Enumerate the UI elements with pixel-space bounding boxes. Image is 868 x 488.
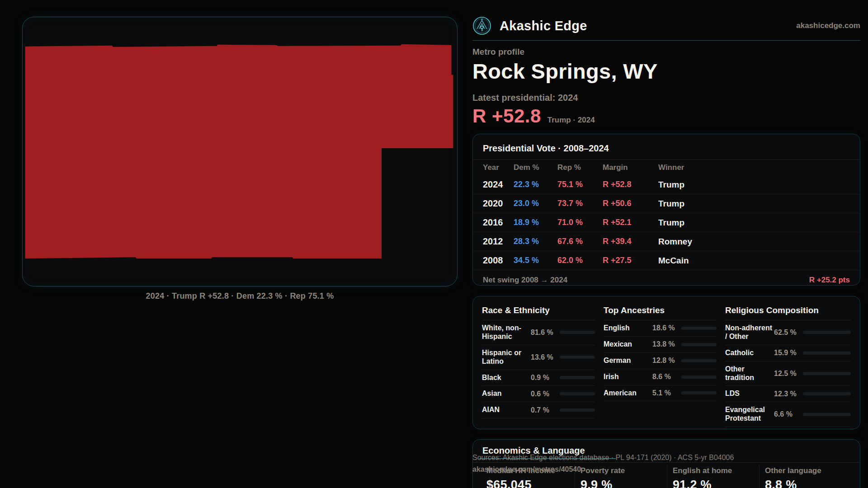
list-item: AIAN 0.7 % <box>482 402 595 418</box>
stat-bar <box>681 359 717 362</box>
headline-note: Trump · 2024 <box>547 116 595 125</box>
stat-bar <box>803 372 851 375</box>
stat-bar <box>681 375 717 379</box>
economics-card: Economics & Language Median HH income $6… <box>472 439 860 488</box>
section-title: Race & Ethnicity <box>482 305 595 320</box>
brand-header: Akashic Edge akashicedge.com <box>472 15 860 36</box>
table-row: 2008 34.5 % 62.0 % R +27.5 McCain <box>473 251 860 270</box>
permalink-url[interactable]: akashicedge.com/metros/40540 <box>472 465 581 474</box>
brand-domain-link[interactable]: akashicedge.com <box>796 21 860 30</box>
list-item: Asian 0.6 % <box>482 386 595 402</box>
stat-bar <box>560 392 595 395</box>
net-swing-value: R +25.2 pts <box>809 276 850 285</box>
list-item: Black 0.9 % <box>482 370 595 386</box>
col-winner: Winner <box>658 163 850 172</box>
table-row: 2020 23.0 % 73.7 % R +50.6 Trump <box>473 194 860 213</box>
section-title: Religious Composition <box>725 305 851 320</box>
col-margin: Margin <box>603 163 658 172</box>
presidential-vote-card: Presidential Vote · 2008–2024 Year Dem %… <box>472 134 860 286</box>
col-rep: Rep % <box>557 163 603 172</box>
stat-bar <box>803 413 851 416</box>
list-item: Other tradition 12.5 % <box>725 361 851 386</box>
list-item: German 12.8 % <box>604 353 717 369</box>
stat-other-language: Other language 8.8 % <box>759 465 860 488</box>
headline-margin-row: R +52.8 Trump · 2024 <box>472 105 860 127</box>
demographics-card: Race & Ethnicity White, non-Hispanic 81.… <box>472 296 860 429</box>
county-map-card <box>22 17 458 286</box>
net-swing-row: Net swing 2008 → 2024 R +25.2 pts <box>473 270 860 285</box>
metro-eyebrow: Metro profile <box>472 47 860 57</box>
table-row: 2024 22.3 % 75.1 % R +52.8 Trump <box>473 175 860 194</box>
stat-bar <box>681 343 717 346</box>
page-title: Rock Springs, WY <box>472 59 860 84</box>
list-item: Evangelical Protestant 6.6 % <box>725 402 851 427</box>
list-item: LDS 12.3 % <box>725 386 851 402</box>
county-map <box>23 17 457 286</box>
section-religious-composition: Religious Composition Non-adherent / Oth… <box>725 305 851 427</box>
vote-table-header: Year Dem % Rep % Margin Winner <box>473 160 860 175</box>
section-race-ethnicity: Race & Ethnicity White, non-Hispanic 81.… <box>482 305 595 427</box>
stat-bar <box>560 331 595 334</box>
stat-bar <box>803 392 851 395</box>
list-item: English 18.6 % <box>604 320 717 337</box>
economics-divider <box>473 462 860 463</box>
stat-bar <box>803 352 851 355</box>
list-item: Irish 8.6 % <box>604 369 717 385</box>
stat-bar <box>560 356 595 359</box>
vote-table-title: Presidential Vote · 2008–2024 <box>473 134 860 160</box>
table-row: 2012 28.3 % 67.6 % R +39.4 Romney <box>473 232 860 251</box>
section-top-ancestries: Top Ancestries English 18.6 % Mexican 13… <box>604 305 717 427</box>
list-item: Mexican 13.8 % <box>604 337 717 353</box>
county-shape <box>25 44 453 258</box>
stat-bar <box>803 331 851 334</box>
list-item: American 5.1 % <box>604 385 717 402</box>
col-dem: Dem % <box>514 163 557 172</box>
net-swing-label: Net swing 2008 → 2024 <box>483 276 567 285</box>
map-caption: 2024 · Trump R +52.8 · Dem 22.3 % · Rep … <box>22 291 458 301</box>
akashic-emblem-icon <box>472 16 491 35</box>
sources-line: Sources: Akashic Edge elections database… <box>472 454 734 462</box>
stat-bar <box>560 376 595 379</box>
brand-name: Akashic Edge <box>500 19 587 33</box>
list-item: Non-adherent / Other 62.5 % <box>725 320 851 345</box>
list-item: Hispanic or Latino 13.6 % <box>482 345 595 370</box>
headline-margin: R +52.8 <box>472 105 541 127</box>
table-row: 2016 18.9 % 71.0 % R +52.1 Trump <box>473 213 860 232</box>
latest-presidential-label: Latest presidential: 2024 <box>472 93 860 103</box>
stat-bar <box>681 327 717 330</box>
section-title: Top Ancestries <box>604 305 717 320</box>
stat-bar <box>560 408 595 412</box>
header-divider <box>472 40 860 41</box>
list-item: Catholic 15.9 % <box>725 345 851 361</box>
stat-english-at-home: English at home 91.2 % <box>667 465 759 488</box>
stat-bar <box>681 391 717 394</box>
col-year: Year <box>483 163 514 172</box>
list-item: White, non-Hispanic 81.6 % <box>482 320 595 345</box>
stat-poverty-rate: Poverty rate 9.9 % <box>575 465 667 488</box>
